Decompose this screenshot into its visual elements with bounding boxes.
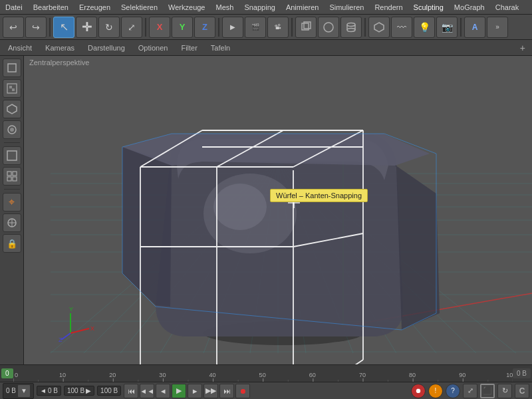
svg-rect-11 [12,88,15,91]
toolbar: ↩ ↪ ↖ ✛ ↻ ⤢ X Y Z ▶ 🎬 📽 〰 💡 📷 A » [0,15,532,40]
playback-play-btn[interactable]: ▶ [172,384,186,398]
memory-down-btn[interactable]: ▼ [17,384,31,398]
svg-text:20: 20 [109,372,116,378]
memory-label-1: 0 B [6,387,16,394]
menu-charak[interactable]: Charak [490,2,524,13]
svg-text:30: 30 [159,372,166,378]
playback-end-btn[interactable]: ⏭ [219,384,234,398]
scale-button[interactable]: ⤢ [121,17,142,38]
menu-simulieren[interactable]: Simulieren [324,2,369,13]
xaxis-button[interactable]: X [149,17,170,38]
viewport-scene [24,56,532,364]
menu-sculpting[interactable]: Sculpting [408,2,449,13]
rotate-tool-btn[interactable]: ↻ [497,384,512,398]
menu-erzeugen[interactable]: Erzeugen [74,2,116,13]
deform-button[interactable]: 〰 [391,17,412,38]
cinema-btn[interactable]: C [515,384,529,398]
menu-werkzeuge[interactable]: Werkzeuge [163,2,210,13]
sphere-button[interactable] [318,17,339,38]
toolbar-sep-2 [145,18,146,37]
redo-button[interactable]: ↪ [25,17,47,38]
left-toolbar: ⌖ 🔒 [0,56,24,364]
svg-rect-8 [8,64,16,72]
playback-start-btn[interactable]: ⏮ [124,384,138,398]
menu-datei[interactable]: Datei [0,2,28,13]
tab-darstellung[interactable]: Darstellung [82,43,130,53]
menu-bar: Datei Bearbeiten Erzeugen Selektieren We… [0,0,532,15]
svg-rect-18 [7,177,11,181]
lt-magnet-btn[interactable]: ⌖ [3,193,21,211]
move-button[interactable]: ✛ [76,17,97,38]
menu-mograph[interactable]: MoGraph [449,2,490,13]
lt-lock-btn[interactable]: 🔒 [3,234,21,253]
lt-snap-btn[interactable] [3,213,21,232]
info-btn[interactable]: ⏺ [411,384,426,398]
warning-btn[interactable]: ! [428,384,443,398]
svg-text:40: 40 [209,372,215,378]
cylinder-button[interactable] [340,17,362,38]
svg-point-52 [213,184,267,230]
svg-rect-15 [7,151,17,160]
playback-next-btn[interactable]: ▶▶ [203,384,218,398]
lt-view1-btn[interactable] [3,146,21,165]
memory-val-2: 0 B [48,387,58,394]
playback-buttons: ⏮ ◄◄ ◄ ▶ ► ▶▶ ⏭ ⏺ [124,384,250,398]
menu-bearbeiten[interactable]: Bearbeiten [28,2,74,13]
menu-rendern[interactable]: Rendern [369,2,408,13]
tab-ansicht[interactable]: Ansicht [3,43,37,53]
memory-field-2[interactable]: ◄ 0 B [37,386,61,396]
svg-rect-17 [13,172,17,176]
viewport[interactable]: Zentralperspektive Würfel – Kanten-Snapp… [24,56,532,364]
help-btn[interactable]: ? [446,384,460,398]
yaxis-button[interactable]: Y [172,17,193,38]
undo-button[interactable]: ↩ [3,17,24,38]
svg-text:70: 70 [358,372,365,378]
sketch-button[interactable]: A [464,17,485,38]
lt-sep-1 [4,142,20,143]
memory-field-3[interactable]: 100 B ▶ [64,386,94,396]
svg-text:0: 0 [15,372,18,378]
lt-sculpt-btn[interactable] [3,120,21,139]
playback-prev-btn[interactable]: ◄◄ [140,384,154,398]
viewport-add-button[interactable]: + [516,43,529,53]
lt-view2-btn[interactable] [3,167,21,186]
bottom-controls: 0 B ▼ ◄ 0 B 100 B ▶ 100 B ⏮ ◄◄ ◄ ▶ ► ▶▶ … [0,382,532,399]
timeline-ruler[interactable]: 0 10 20 30 40 50 60 70 80 90 1 [13,365,513,382]
playback-forward-btn[interactable]: ► [188,384,202,398]
menu-selektieren[interactable]: Selektieren [116,2,163,13]
lt-uv-btn[interactable] [3,100,21,118]
tab-kameras[interactable]: Kameras [40,43,80,53]
render-region-button[interactable]: ▶ [222,17,243,38]
anim-mode-btn[interactable]: ⬛ [480,384,495,398]
zaxis-button[interactable]: Z [194,17,215,38]
rotate-button[interactable]: ↻ [98,17,120,38]
svg-text:50: 50 [259,372,265,378]
tab-filter[interactable]: Filter [176,43,202,53]
select-button[interactable]: ↖ [53,17,74,38]
toolbar-sep-6 [460,18,462,37]
tab-optionen[interactable]: Optionen [133,43,174,53]
memory-field-4[interactable]: 100 B [97,386,121,396]
playback-record-btn[interactable]: ⏺ [235,384,250,398]
move-tool-btn[interactable]: ⤢ [463,384,477,398]
menu-mesh[interactable]: Mesh [210,2,239,13]
timeline: 0 0 10 20 30 40 50 60 70 [0,364,532,382]
render-button[interactable]: 📽 [267,17,289,38]
lt-texture-btn[interactable] [3,79,21,98]
menu-animieren[interactable]: Animieren [281,2,325,13]
memory-val-3: 100 B [67,387,84,394]
svg-rect-19 [13,177,17,181]
tab-tafeln[interactable]: Tafeln [205,43,235,53]
menu-snapping[interactable]: Snapping [239,2,281,13]
extra-button[interactable]: » [487,17,508,38]
svg-point-6 [347,28,355,31]
timeline-end: 0 B [513,368,531,378]
material-button[interactable] [368,17,390,38]
playback-back-btn[interactable]: ◄ [156,384,170,398]
render-picture-button[interactable]: 🎬 [245,17,266,38]
camera-button[interactable]: 📷 [436,17,458,38]
timeline-start: 0 [1,368,13,378]
cube-button[interactable] [295,17,317,38]
lt-model-btn[interactable] [3,59,21,77]
light-button[interactable]: 💡 [414,17,435,38]
